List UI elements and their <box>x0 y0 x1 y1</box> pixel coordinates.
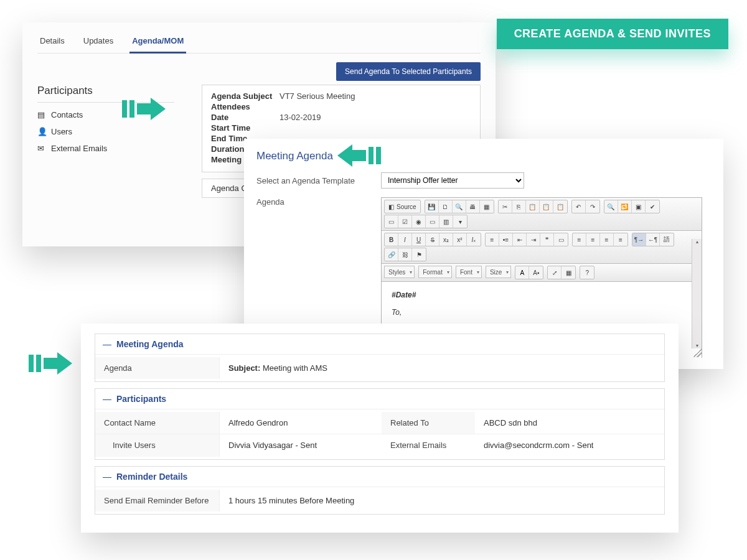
agenda-start-label: Start Time <box>211 123 280 133</box>
size-select[interactable]: Size <box>486 266 511 278</box>
maximize-icon[interactable]: ⤢ <box>548 266 561 279</box>
save-icon[interactable]: 💾 <box>425 200 439 213</box>
agenda-date-label: Date <box>211 113 280 122</box>
paste-text-icon[interactable]: 📋 <box>540 200 553 213</box>
rtl-icon[interactable]: ←¶ <box>646 233 660 246</box>
template-select[interactable]: Internship Offer letter <box>381 172 524 189</box>
align-right-icon[interactable]: ≡ <box>600 233 614 246</box>
align-left-icon[interactable]: ≡ <box>573 233 586 246</box>
textarea-form-icon[interactable]: ▥ <box>439 215 453 228</box>
rte-toolbar-row3: Styles Format Font Size A A▪ ⤢ ▦ ? <box>382 264 702 282</box>
align-center-icon[interactable]: ≡ <box>586 233 600 246</box>
agenda-field-label: Agenda <box>256 197 381 207</box>
rte-resize-handle[interactable] <box>693 348 702 357</box>
styles-select[interactable]: Styles <box>384 266 415 278</box>
invite-users-key: Invite Users <box>95 434 220 457</box>
rte-toolbar-row1: ◧ Source 💾 🗋 🔍 🖶 ▦ ✂ ⎘ 📋 📋 📋 ↶ <box>382 198 702 231</box>
section-meeting-agenda: —Meeting Agenda Agenda Subject: Meeting … <box>95 334 665 382</box>
radio-form-icon[interactable]: ◉ <box>412 215 426 228</box>
anchor-icon[interactable]: ⚑ <box>412 248 426 261</box>
italic-icon[interactable]: I <box>398 233 412 246</box>
div-icon[interactable]: ▭ <box>554 233 568 246</box>
callout-arrow-1 <box>122 98 166 120</box>
panel-meeting-summary: —Meeting Agenda Agenda Subject: Meeting … <box>81 324 679 533</box>
page-banner: CREATE AGENDA & SEND INVITES <box>497 19 728 49</box>
callout-arrow-2 <box>337 144 381 167</box>
text-color-icon[interactable]: A <box>515 266 529 279</box>
agenda-subject-value: VT7 Serious Meeting <box>280 91 355 101</box>
print-icon[interactable]: 🖶 <box>466 200 480 213</box>
contacts-icon: ▤ <box>37 110 46 119</box>
select-all-icon[interactable]: ▣ <box>632 200 646 213</box>
copy-icon[interactable]: ⎘ <box>512 200 526 213</box>
section-participants: —Participants Contact Name Alfredo Gendr… <box>95 388 665 460</box>
form-icon[interactable]: ▭ <box>385 215 398 228</box>
external-emails-value: divvia@secondcrm.com - Sent <box>475 434 637 456</box>
replace-icon[interactable]: 🔁 <box>618 200 632 213</box>
ltr-icon[interactable]: ¶→ <box>632 233 646 246</box>
bg-color-icon[interactable]: A▪ <box>529 266 543 279</box>
paste-word-icon[interactable]: 📋 <box>553 200 567 213</box>
tab-details[interactable]: Details <box>37 31 67 53</box>
strike-icon[interactable]: S̶ <box>426 233 439 246</box>
section-meeting-agenda-header[interactable]: —Meeting Agenda <box>95 334 664 355</box>
participants-item-users[interactable]: 👤Users <box>37 123 174 140</box>
participants-title: Participants <box>37 85 174 97</box>
link-icon[interactable]: 🔗 <box>385 248 398 261</box>
section-reminder: —Reminder Details Send Email Reminder Be… <box>95 466 665 515</box>
outdent-icon[interactable]: ⇤ <box>513 233 527 246</box>
template-icon[interactable]: ▦ <box>480 200 494 213</box>
participants-item-external[interactable]: ✉External Emails <box>37 140 174 157</box>
send-agenda-button[interactable]: Send Agenda To Selected Participants <box>336 62 481 81</box>
external-emails-key: External Emails <box>382 434 475 456</box>
user-icon: 👤 <box>37 127 46 136</box>
font-select[interactable]: Font <box>456 266 482 278</box>
cut-icon[interactable]: ✂ <box>499 200 512 213</box>
select-form-icon[interactable]: ▾ <box>453 215 467 228</box>
about-icon[interactable]: ? <box>580 266 594 279</box>
unlink-icon[interactable]: ⛓ <box>398 248 412 261</box>
rte-line-to: To, <box>392 308 692 317</box>
spellcheck-icon[interactable]: ✔ <box>646 200 659 213</box>
section-reminder-header[interactable]: —Reminder Details <box>95 467 664 487</box>
undo-icon[interactable]: ↶ <box>572 200 586 213</box>
related-to-key: Related To <box>382 412 475 434</box>
section-participants-header[interactable]: —Participants <box>95 389 664 409</box>
rte-toolbar-row2: B I U S̶ x₂ x² Iₓ ≡ •≡ ⇤ ⇥ ❞ ▭ ≡ <box>382 231 702 264</box>
tab-agenda-mom[interactable]: Agenda/MOM <box>129 31 186 54</box>
align-justify-icon[interactable]: ≡ <box>614 233 627 246</box>
language-icon[interactable]: 語 <box>660 233 674 246</box>
rte-line-date: #Date# <box>392 291 692 299</box>
numbered-list-icon[interactable]: ≡ <box>486 233 499 246</box>
callout-arrow-3 <box>29 352 72 375</box>
tab-updates[interactable]: Updates <box>81 31 116 53</box>
preview-icon[interactable]: 🔍 <box>453 200 466 213</box>
source-button[interactable]: ◧ Source <box>385 200 420 213</box>
blockquote-icon[interactable]: ❞ <box>540 233 554 246</box>
find-icon[interactable]: 🔍 <box>604 200 618 213</box>
subscript-icon[interactable]: x₂ <box>439 233 453 246</box>
format-select[interactable]: Format <box>418 266 452 278</box>
redo-icon[interactable]: ↷ <box>586 200 599 213</box>
contact-name-key: Contact Name <box>95 412 220 434</box>
agenda-date-value: 13-02-2019 <box>280 113 321 122</box>
checkbox-form-icon[interactable]: ☑ <box>398 215 412 228</box>
underline-icon[interactable]: U <box>412 233 426 246</box>
related-to-value: ABCD sdn bhd <box>475 412 637 434</box>
textfield-form-icon[interactable]: ▭ <box>426 215 439 228</box>
remove-format-icon[interactable]: Iₓ <box>467 233 481 246</box>
agenda-attendees-label: Attendees <box>211 102 280 111</box>
paste-icon[interactable]: 📋 <box>526 200 540 213</box>
indent-icon[interactable]: ⇥ <box>527 233 540 246</box>
new-page-icon[interactable]: 🗋 <box>439 200 453 213</box>
bullet-list-icon[interactable]: •≡ <box>499 233 513 246</box>
editor-title: Meeting Agenda <box>256 150 711 162</box>
show-blocks-icon[interactable]: ▦ <box>561 266 575 279</box>
agenda-value: Subject: Meeting with AMS <box>220 357 664 379</box>
bold-icon[interactable]: B <box>385 233 398 246</box>
superscript-icon[interactable]: x² <box>453 233 467 246</box>
template-select-label: Select an Agenda Template <box>256 176 381 185</box>
rte-scrollbar[interactable] <box>692 239 702 348</box>
reminder-key: Send Email Reminder Before <box>95 490 220 511</box>
contact-name-value: Alfredo Gendron <box>220 412 382 434</box>
